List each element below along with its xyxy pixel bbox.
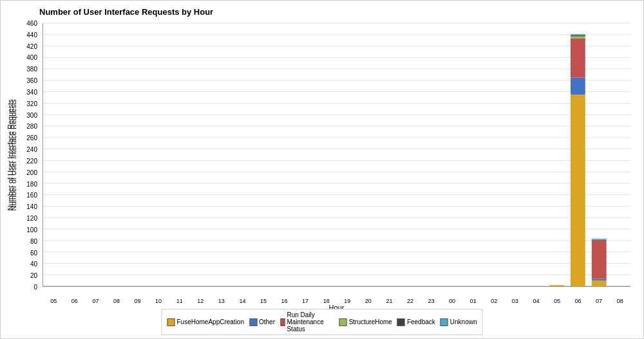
chart-container: Number of User Interface Requests by Hou… — [0, 0, 644, 339]
legend: FuseHomeAppCreation Other Run Daily Main… — [162, 309, 483, 335]
y-tick-11: 220 — [26, 157, 37, 164]
bar-hour07-fuse — [592, 280, 607, 286]
y-tick-20: 400 — [26, 54, 37, 61]
chart-area: 05 06 07 08 09 10 11 12 13 14 15 16 17 1… — [43, 23, 630, 287]
legend-item-fuse: FuseHomeAppCreation — [167, 318, 245, 326]
chart-svg — [43, 23, 630, 286]
legend-label-unknown: Unknown — [450, 318, 477, 325]
bar-hour06-feedback — [571, 35, 585, 37]
y-axis-label-container: Number of User Interface Requests — [1, 23, 20, 287]
legend-color-structure — [339, 318, 347, 326]
y-tick-21: 420 — [26, 42, 37, 50]
legend-label-structure: StructureHome — [349, 318, 392, 325]
y-tick-5: 100 — [26, 226, 37, 233]
y-tick-16: 320 — [26, 100, 37, 107]
y-tick-6: 120 — [26, 215, 37, 222]
legend-color-unknown — [440, 318, 448, 326]
legend-label-other: Other — [259, 318, 275, 325]
y-tick-0: 0 — [33, 284, 37, 291]
y-tick-1: 20 — [30, 272, 37, 279]
y-tick-15: 300 — [26, 111, 37, 118]
legend-item-structure: StructureHome — [339, 318, 392, 326]
legend-label-fuse: FuseHomeAppCreation — [177, 318, 245, 325]
y-tick-19: 380 — [26, 66, 37, 73]
y-tick-12: 240 — [26, 146, 37, 153]
y-tick-10: 200 — [26, 169, 37, 176]
y-tick-14: 280 — [26, 123, 37, 130]
legend-label-run: Run Daily Maintenance Status — [287, 311, 334, 333]
legend-item-other: Other — [249, 318, 275, 326]
y-tick-17: 340 — [26, 88, 37, 95]
legend-item-feedback: Feedback — [397, 318, 435, 326]
bar-hour05-fuse — [549, 285, 564, 286]
y-tick-8: 160 — [26, 192, 37, 199]
bar-hour07-other — [592, 279, 607, 280]
bar-hour06-structure — [571, 36, 585, 39]
y-tick-13: 260 — [26, 134, 37, 142]
legend-item-run: Run Daily Maintenance Status — [280, 311, 334, 333]
legend-color-feedback — [397, 318, 405, 326]
bar-hour06-run — [571, 39, 585, 77]
legend-item-unknown: Unknown — [440, 318, 477, 326]
legend-color-fuse — [167, 318, 175, 326]
y-tick-23: 460 — [26, 20, 37, 27]
bar-hour07-run — [592, 240, 607, 279]
bar-hour07-unknown — [592, 239, 607, 240]
y-tick-7: 140 — [26, 203, 37, 210]
legend-color-run — [280, 318, 285, 326]
y-tick-4: 80 — [30, 237, 37, 244]
bar-hour06-fuse — [571, 95, 585, 286]
bar-hour06-unknown — [571, 34, 585, 35]
y-axis-label: Number of User Interface Requests — [6, 99, 14, 210]
chart-title: Number of User Interface Requests by Hou… — [39, 7, 213, 17]
bar-hour06-other — [571, 77, 585, 95]
y-tick-2: 40 — [30, 261, 37, 268]
y-tick-9: 180 — [26, 180, 37, 187]
legend-color-other — [249, 318, 257, 326]
y-tick-18: 360 — [26, 77, 37, 84]
y-tick-22: 440 — [26, 31, 37, 38]
legend-label-feedback: Feedback — [407, 318, 435, 325]
y-tick-3: 60 — [30, 249, 37, 256]
